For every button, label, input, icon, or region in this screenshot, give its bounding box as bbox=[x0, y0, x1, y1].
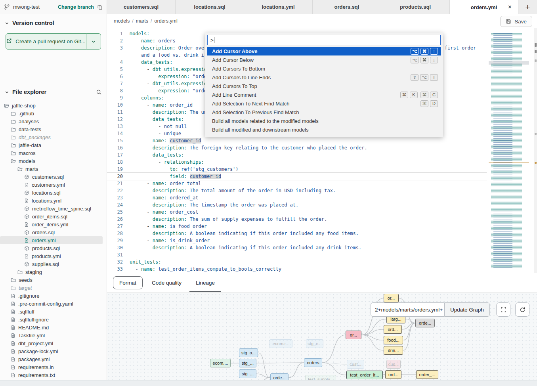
code-line-33[interactable]: 33 - name: test_order_items_compute_to_b… bbox=[107, 266, 487, 273]
tree-item-models[interactable]: models bbox=[0, 157, 107, 165]
tree-item-marts[interactable]: marts bbox=[0, 165, 107, 173]
tree-item-jaffle-shop[interactable]: jaffle-shop bbox=[0, 101, 107, 109]
tab-locations.sql[interactable]: locations.sql bbox=[176, 0, 244, 14]
tab-lineage[interactable]: Lineage bbox=[196, 273, 215, 293]
code-line-20[interactable]: 20 field: customer_id bbox=[107, 173, 487, 180]
tree-item-supplies.sql[interactable]: supplies.sql bbox=[0, 260, 107, 268]
tab-orders.sql[interactable]: orders.sql bbox=[313, 0, 381, 14]
lineage-node-test_order[interactable]: test_order_it... bbox=[346, 371, 383, 379]
tree-item-.gitignore[interactable]: .gitignore bbox=[0, 292, 107, 300]
close-icon[interactable]: × bbox=[508, 4, 512, 10]
lineage-node-gray_orde[interactable]: orde... bbox=[415, 319, 435, 327]
code-line-26[interactable]: 26 description: The sum of supply expens… bbox=[107, 216, 487, 223]
tree-item-customers.sql[interactable]: customers.sql bbox=[0, 173, 107, 181]
tab-products.sql[interactable]: products.sql bbox=[381, 0, 450, 14]
palette-item[interactable]: Add Cursors to Line Ends⇧⌥I bbox=[207, 73, 441, 82]
new-tab-button[interactable]: + bbox=[518, 0, 537, 14]
tree-item-.sqlfluffignore[interactable]: .sqlfluffignore bbox=[0, 316, 107, 323]
tab-code-quality[interactable]: Code quality bbox=[152, 273, 182, 293]
lineage-node-f_ecom_r[interactable]: ecom.r... bbox=[269, 339, 292, 348]
tree-item-products.sql[interactable]: products.sql bbox=[0, 244, 107, 252]
lineage-node-stg3[interactable]: stg_... bbox=[239, 369, 256, 378]
palette-item[interactable]: Build all modified and downstream models bbox=[207, 125, 441, 134]
code-line-22[interactable]: 22 description: The total amount of the … bbox=[107, 187, 487, 194]
code-line-32[interactable]: 32unit_tests: bbox=[107, 258, 487, 266]
palette-item[interactable]: Add Line Comment⌘K⌘C bbox=[207, 90, 441, 99]
code-line-24[interactable]: 24 description: The timestamp the order … bbox=[107, 201, 487, 208]
code-line-19[interactable]: 19 to: ref('stg_customers') bbox=[107, 166, 487, 173]
lineage-node-ecom_seed[interactable]: ecom.... bbox=[210, 359, 231, 367]
code-line-27[interactable]: 27 - name: is_food_order bbox=[107, 223, 487, 230]
tree-item-.pre-commit-config.yaml[interactable]: .pre-commit-config.yaml bbox=[0, 300, 107, 308]
create-pr-button[interactable]: Create a pull request on Git... bbox=[6, 33, 86, 50]
tree-item-locations.yml[interactable]: locations.yml bbox=[0, 197, 107, 205]
lineage-node-stg1[interactable]: stg_o... bbox=[239, 348, 258, 357]
tree-item-orders.sql[interactable]: orders.sql bbox=[0, 228, 107, 236]
tree-item-orders.yml[interactable]: orders.yml bbox=[0, 236, 103, 244]
fullscreen-icon[interactable] bbox=[496, 302, 510, 317]
minimap[interactable] bbox=[489, 33, 533, 271]
tree-item-order_items.yml[interactable]: order_items.yml bbox=[0, 220, 107, 228]
tree-item-jaffle-data[interactable]: jaffle-data bbox=[0, 141, 107, 149]
tree-item-customers.yml[interactable]: customers.yml bbox=[0, 181, 107, 189]
tree-item-products.yml[interactable]: products.yml bbox=[0, 252, 107, 260]
code-line-29[interactable]: 29 - name: is_drink_order bbox=[107, 237, 487, 244]
change-branch-link[interactable]: Change branch bbox=[58, 4, 94, 10]
tree-item-metricflow_time_spine.sql[interactable]: metricflow_time_spine.sql bbox=[0, 205, 107, 212]
lineage-selector-input[interactable]: 2+models/marts/orders.yml+ bbox=[371, 302, 444, 317]
command-palette-input[interactable]: > bbox=[207, 35, 441, 45]
breadcrumb-marts[interactable]: marts bbox=[136, 18, 148, 24]
tree-item-staging[interactable]: staging bbox=[0, 268, 107, 276]
tree-item-locations.sql[interactable]: locations.sql bbox=[0, 189, 107, 197]
tree-item-package-lock.yml[interactable]: package-lock.yml bbox=[0, 347, 107, 355]
lineage-node-orders[interactable]: orders bbox=[304, 358, 322, 367]
lineage-node-y_order_[interactable]: order_... bbox=[416, 370, 438, 379]
code-line-28[interactable]: 28 description: A boolean indicating if … bbox=[107, 230, 487, 237]
code-line-25[interactable]: 25 - name: order_cost bbox=[107, 208, 487, 216]
editor-scrollbar[interactable] bbox=[534, 28, 537, 273]
tree-item-requirements.in[interactable]: requirements.in bbox=[0, 363, 107, 371]
code-line-31[interactable]: 31 bbox=[107, 251, 487, 258]
palette-item[interactable]: Add Selection To Previous Find Match bbox=[207, 108, 441, 117]
lineage-node-y_drin[interactable]: drin... bbox=[384, 346, 403, 355]
tab-orders.yml[interactable]: orders.yml× bbox=[450, 0, 518, 14]
lineage-node-y_ord[interactable]: ord... bbox=[384, 325, 402, 334]
refresh-icon[interactable] bbox=[515, 302, 529, 317]
lineage-node-pink_or[interactable]: or... bbox=[346, 331, 361, 339]
tree-item-analyses[interactable]: analyses bbox=[0, 117, 107, 125]
tree-item-packages.yml[interactable]: packages.yml bbox=[0, 355, 107, 363]
tree-item-data-tests[interactable]: data-tests bbox=[0, 125, 107, 133]
palette-item[interactable]: Add Selection To Next Find Match⌘D bbox=[207, 99, 441, 108]
update-graph-button[interactable]: Update Graph bbox=[444, 302, 490, 317]
tree-item-macros[interactable]: macros bbox=[0, 149, 107, 157]
lineage-canvas[interactable]: 2+models/marts/orders.yml+ Update Graph … bbox=[107, 293, 537, 386]
code-line-18[interactable]: 18 - relationships: bbox=[107, 159, 487, 166]
tree-item-requirements.txt[interactable]: requirements.txt bbox=[0, 371, 107, 379]
save-button[interactable]: Save bbox=[500, 16, 532, 27]
code-line-17[interactable]: 17 data_tests: bbox=[107, 151, 487, 159]
palette-item[interactable]: Add Cursors To Top bbox=[207, 82, 441, 90]
code-line-30[interactable]: 30 description: A boolean indicating if … bbox=[107, 244, 487, 251]
lineage-node-f_cus[interactable]: cus... bbox=[386, 360, 401, 369]
lineage-node-f_cust[interactable]: cust... bbox=[347, 360, 364, 369]
create-pr-dropdown-button[interactable] bbox=[86, 33, 101, 50]
palette-item[interactable]: Add Cursors To Bottom bbox=[207, 64, 441, 73]
lineage-node-stg2[interactable]: stg_... bbox=[239, 359, 256, 367]
tree-item-README.md[interactable]: README.md bbox=[0, 323, 107, 331]
tree-item-.sqlfluff[interactable]: .sqlfluff bbox=[0, 308, 107, 316]
search-icon[interactable] bbox=[96, 89, 102, 95]
copy-icon[interactable] bbox=[97, 4, 103, 10]
code-line-21[interactable]: 21 - name: order_total bbox=[107, 180, 487, 187]
palette-item[interactable]: Build all models related to the modified… bbox=[207, 117, 441, 125]
file-explorer-header[interactable]: File explorer bbox=[0, 87, 107, 97]
tree-item-target[interactable]: target bbox=[0, 284, 107, 292]
code-editor[interactable]: 1models:2 - name: orders3 description: O… bbox=[107, 28, 537, 273]
tree-item-order_items.sql[interactable]: order_items.sql bbox=[0, 212, 107, 220]
code-line-16[interactable]: 16 description: The foreign key relating… bbox=[107, 144, 487, 151]
tab-customers.sql[interactable]: customers.sql bbox=[107, 0, 176, 14]
tab-locations.yml[interactable]: locations.yml bbox=[244, 0, 313, 14]
tree-item-.github[interactable]: .github bbox=[0, 109, 107, 117]
horizontal-scrollbar-track[interactable] bbox=[0, 380, 537, 386]
version-control-header[interactable]: Version control bbox=[0, 18, 107, 28]
tree-item-dbt_packages[interactable]: dbt_packages bbox=[0, 133, 107, 141]
